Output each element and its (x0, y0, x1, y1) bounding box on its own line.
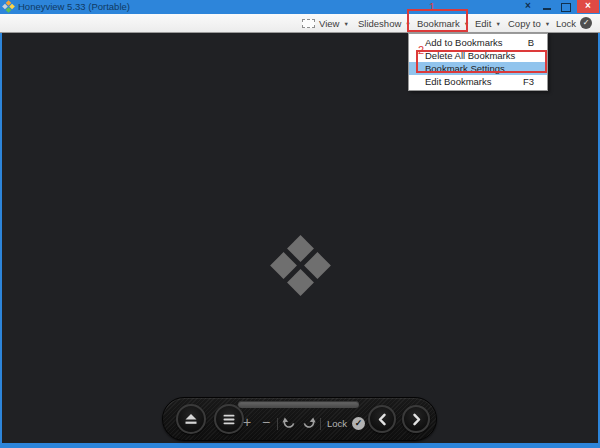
close-button[interactable]: × (577, 0, 599, 13)
menu-lines-icon (223, 414, 235, 425)
divider (320, 418, 321, 430)
menu-item-shortcut: B (528, 36, 534, 49)
main-toolbar: View ▼ Slideshow ▼ Bookmark ▼ Edit ▼ Cop… (0, 14, 600, 33)
rotate-right-button[interactable] (302, 416, 316, 434)
menu-item-edit-bookmarks[interactable]: Edit Bookmarks F3 (409, 75, 547, 88)
menu-item-label: Delete All Bookmarks (425, 49, 515, 62)
rotate-left-icon (282, 417, 296, 430)
chevron-down-icon: ▼ (464, 21, 469, 27)
chevron-down-icon: ▼ (545, 21, 550, 27)
chevron-down-icon: ▼ (405, 21, 410, 27)
menu-item-delete-all-bookmarks[interactable]: Delete All Bookmarks (409, 49, 547, 62)
toolbar-edit-button[interactable]: Edit ▼ (475, 14, 501, 32)
bookmark-dropdown-menu: Add to Bookmarks B Delete All Bookmarks … (408, 33, 548, 91)
chevron-right-icon (411, 413, 422, 426)
edit-label: Edit (475, 18, 491, 29)
bottom-control-bar: + − Lock ✓ (162, 397, 437, 441)
zoom-in-button[interactable]: + (241, 414, 253, 430)
chevron-left-icon (377, 413, 388, 426)
menu-item-bookmark-settings[interactable]: Bookmark Settings (409, 62, 547, 75)
toolbar-copyto-button[interactable]: Copy to ▼ (508, 14, 550, 32)
window-title: Honeyview 5.33 (Portable) (18, 0, 130, 14)
rotate-left-button[interactable] (282, 416, 296, 434)
title-bar: Honeyview 5.33 (Portable) × × (0, 0, 600, 14)
window-frame-icon (302, 19, 315, 28)
toolbar-lock-toggle[interactable]: Lock ✓ (556, 14, 592, 32)
rotate-right-icon (302, 417, 316, 430)
chevron-down-icon: ▼ (343, 21, 348, 27)
always-on-top-icon[interactable]: × (521, 0, 535, 13)
file-list-button[interactable] (214, 404, 244, 434)
image-viewer-canvas[interactable] (2, 33, 598, 443)
next-image-button[interactable] (402, 405, 430, 433)
copy-to-label: Copy to (508, 18, 541, 29)
chevron-down-icon: ▼ (495, 21, 500, 27)
view-label: View (319, 18, 339, 29)
open-file-button[interactable] (176, 404, 206, 434)
honeyview-app-icon (2, 0, 15, 13)
eject-icon (184, 413, 198, 425)
menu-item-label: Add to Bookmarks (425, 36, 503, 49)
menu-item-label: Edit Bookmarks (425, 75, 492, 88)
divider (277, 418, 278, 430)
honeyview-watermark-logo (270, 235, 331, 296)
minimize-button[interactable] (543, 0, 553, 13)
slideshow-label: Slideshow (358, 18, 401, 29)
menu-item-add-to-bookmarks[interactable]: Add to Bookmarks B (409, 36, 547, 49)
check-circle-icon: ✓ (580, 17, 592, 29)
lock-label: Lock (327, 417, 347, 430)
menu-item-shortcut: F3 (523, 75, 534, 88)
menu-item-label: Bookmark Settings (425, 62, 505, 75)
previous-image-button[interactable] (368, 405, 396, 433)
toolbar-slideshow-button[interactable]: Slideshow ▼ (358, 14, 411, 32)
maximize-button[interactable] (561, 0, 571, 13)
lock-label: Lock (556, 18, 576, 29)
zoom-out-button[interactable]: − (260, 414, 272, 430)
zoom-slider[interactable] (238, 401, 359, 408)
bookmark-label: Bookmark (417, 18, 460, 29)
check-circle-icon: ✓ (352, 417, 365, 430)
toolbar-bookmark-button[interactable]: Bookmark ▼ (417, 14, 469, 32)
toolbar-view-button[interactable]: View ▼ (302, 14, 349, 32)
lock-zoom-toggle[interactable]: Lock ✓ (327, 417, 365, 430)
